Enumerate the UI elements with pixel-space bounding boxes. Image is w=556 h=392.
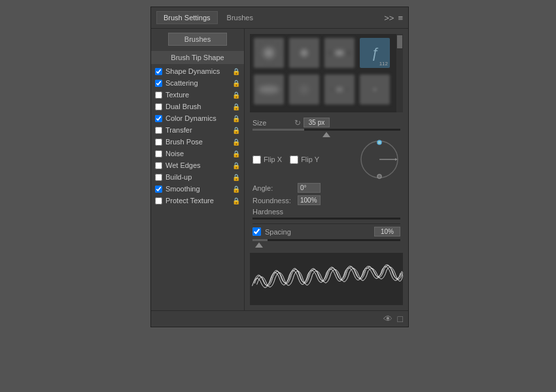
- lock-icon-transfer[interactable]: 🔒: [232, 127, 240, 134]
- sidebar-item-texture[interactable]: Texture 🔒: [151, 89, 244, 101]
- brush-thumb-6[interactable]: [289, 74, 319, 105]
- expand-icon[interactable]: >>: [384, 13, 394, 23]
- lock-icon-smoothing[interactable]: 🔒: [232, 186, 240, 193]
- panel-header-icons: >> ≡: [384, 13, 403, 23]
- svg-point-4: [377, 174, 381, 178]
- sidebar-item-noise[interactable]: Noise 🔒: [151, 148, 244, 159]
- brush-thumbs-grid: ƒ 112: [250, 34, 396, 112]
- brush-thumb-7[interactable]: [324, 74, 355, 105]
- tab-brushes[interactable]: Brushes: [220, 12, 260, 24]
- brush-thumb-8[interactable]: [360, 74, 390, 105]
- sidebar-item-dual-brush[interactable]: Dual Brush 🔒: [151, 101, 244, 112]
- lock-icon-wet-edges[interactable]: 🔒: [232, 162, 240, 169]
- sidebar-item-color-dynamics[interactable]: Color Dynamics 🔒: [151, 112, 244, 124]
- spacing-slider-handle[interactable]: [255, 242, 263, 248]
- size-row: Size ↻: [252, 118, 400, 127]
- checkbox-wet-edges[interactable]: [155, 162, 162, 169]
- brush-settings-panel: Brush Settings Brushes >> ≡ Brushes Brus…: [150, 7, 409, 327]
- checkbox-spacing[interactable]: [252, 227, 261, 236]
- lock-icon-color-dynamics[interactable]: 🔒: [232, 115, 240, 122]
- brush-thumb-3[interactable]: [324, 38, 355, 68]
- brush-preview-scrollbar[interactable]: [396, 34, 403, 112]
- brush-tip-shape-item[interactable]: Brush Tip Shape: [151, 51, 244, 64]
- size-label: Size: [252, 119, 292, 127]
- size-slider[interactable]: [252, 129, 400, 131]
- brush-thumb-5[interactable]: [254, 74, 284, 105]
- sidebar-item-transfer[interactable]: Transfer 🔒: [151, 124, 244, 136]
- checkbox-shape-dynamics[interactable]: [155, 68, 162, 75]
- label-protect-texture: Protect Texture: [165, 197, 231, 204]
- sidebar-item-scattering[interactable]: Scattering 🔒: [151, 77, 244, 89]
- brushes-button[interactable]: Brushes: [168, 33, 227, 46]
- lock-icon-scattering[interactable]: 🔒: [232, 80, 240, 87]
- brush-thumb-1[interactable]: [254, 38, 284, 68]
- angle-input[interactable]: [298, 183, 321, 193]
- lock-icon-texture[interactable]: 🔒: [232, 91, 240, 99]
- spacing-row: Spacing: [252, 227, 400, 237]
- size-slider-handle[interactable]: [322, 132, 330, 137]
- flip-row: Flip X Flip Y: [252, 139, 400, 180]
- new-brush-icon[interactable]: □: [398, 314, 403, 324]
- checkbox-color-dynamics[interactable]: [155, 115, 162, 122]
- sidebar-item-smoothing[interactable]: Smoothing 🔒: [151, 183, 244, 195]
- checkbox-texture[interactable]: [155, 91, 162, 99]
- brush-thumb-2[interactable]: [289, 38, 319, 68]
- sidebar-item-shape-dynamics[interactable]: Shape Dynamics 🔒: [151, 65, 244, 77]
- sidebar-item-brush-pose[interactable]: Brush Pose 🔒: [151, 136, 244, 148]
- brush-stroke-svg: [250, 253, 403, 305]
- label-wet-edges: Wet Edges: [165, 161, 231, 169]
- hardness-row: Hardness: [252, 208, 400, 220]
- brush-thumb-4[interactable]: ƒ 112: [360, 38, 390, 68]
- brush-shape-diagram[interactable]: [358, 139, 400, 180]
- spacing-label: Spacing: [265, 228, 372, 236]
- checkbox-dual-brush[interactable]: [155, 103, 162, 110]
- label-dual-brush: Dual Brush: [165, 103, 231, 110]
- label-noise: Noise: [165, 150, 231, 157]
- label-build-up: Build-up: [165, 173, 231, 181]
- roundness-row: Roundness:: [252, 195, 400, 205]
- lock-icon-shape-dynamics[interactable]: 🔒: [232, 68, 240, 75]
- roundness-input[interactable]: [298, 195, 321, 205]
- label-color-dynamics: Color Dynamics: [165, 114, 231, 122]
- lock-icon-brush-pose[interactable]: 🔒: [232, 139, 240, 146]
- hardness-label: Hardness: [252, 208, 283, 216]
- tab-brush-settings[interactable]: Brush Settings: [156, 11, 218, 24]
- checkbox-scattering[interactable]: [155, 80, 162, 87]
- label-shape-dynamics: Shape Dynamics: [165, 67, 231, 75]
- panel-body: Brushes Brush Tip Shape Shape Dynamics 🔒…: [151, 29, 408, 310]
- left-sidebar: Brushes Brush Tip Shape Shape Dynamics 🔒…: [151, 29, 245, 310]
- checkbox-protect-texture[interactable]: [155, 197, 162, 204]
- settings-section: Size ↻ Flip X Flip Y: [250, 118, 403, 248]
- lock-icon-protect-texture[interactable]: 🔒: [232, 197, 240, 204]
- spacing-slider[interactable]: [252, 239, 400, 241]
- checkbox-flip-y[interactable]: [290, 155, 298, 164]
- label-texture: Texture: [165, 91, 231, 99]
- lock-icon-noise[interactable]: 🔒: [232, 150, 240, 157]
- scrollbar-thumb: [397, 35, 402, 48]
- checkbox-noise[interactable]: [155, 150, 162, 157]
- panel-footer: 👁 □: [151, 310, 408, 327]
- checkbox-build-up[interactable]: [155, 174, 162, 181]
- reset-size-icon[interactable]: ↻: [294, 118, 301, 127]
- hardness-slider[interactable]: [252, 218, 400, 220]
- svg-point-3: [377, 140, 381, 144]
- sidebar-item-build-up[interactable]: Build-up 🔒: [151, 171, 244, 183]
- checkbox-smoothing[interactable]: [155, 186, 162, 193]
- lock-icon-dual-brush[interactable]: 🔒: [232, 103, 240, 110]
- sidebar-item-wet-edges[interactable]: Wet Edges 🔒: [151, 159, 244, 171]
- eye-icon[interactable]: 👁: [383, 314, 392, 324]
- checkbox-flip-x[interactable]: [252, 155, 261, 164]
- checkbox-transfer[interactable]: [155, 127, 162, 134]
- checkbox-brush-pose[interactable]: [155, 139, 162, 146]
- angle-row: Angle:: [252, 183, 400, 193]
- sidebar-item-protect-texture[interactable]: Protect Texture 🔒: [151, 195, 244, 206]
- flip-y-label: Flip Y: [301, 155, 319, 163]
- menu-icon[interactable]: ≡: [398, 13, 403, 23]
- size-input[interactable]: [304, 118, 330, 127]
- spacing-input[interactable]: [374, 227, 400, 237]
- panel-header: Brush Settings Brushes >> ≡: [151, 7, 408, 29]
- label-brush-pose: Brush Pose: [165, 138, 231, 146]
- lock-icon-build-up[interactable]: 🔒: [232, 174, 240, 181]
- label-scattering: Scattering: [165, 79, 231, 87]
- label-smoothing: Smoothing: [165, 185, 231, 193]
